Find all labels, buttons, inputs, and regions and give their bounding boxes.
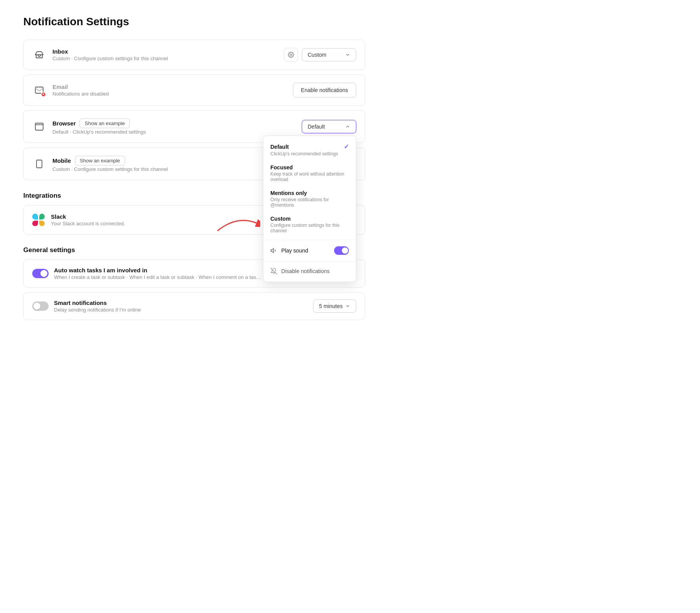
dropdown-option-mentions[interactable]: Mentions only Only receive notifications… — [263, 186, 356, 212]
dropdown-default-label: Default — [270, 144, 289, 150]
email-card: Email Notifications are disabled Enable … — [23, 75, 365, 106]
dropdown-option-focused[interactable]: Focused Keep track of work without atten… — [263, 160, 356, 186]
browser-subtitle: Default · ClickUp's recommended settings — [52, 129, 296, 135]
inbox-title: Inbox — [52, 48, 278, 55]
dropdown-disable-notifications[interactable]: Disable notifications — [263, 264, 356, 279]
dropdown-custom-label: Custom — [270, 216, 291, 222]
disable-notifications-label: Disable notifications — [281, 268, 330, 274]
dropdown-focused-desc: Keep track of work without attention ove… — [270, 171, 349, 182]
email-subtitle: Notifications are disabled — [52, 91, 287, 97]
play-sound-toggle-knob — [342, 247, 348, 254]
browser-icon — [32, 120, 46, 134]
email-icon — [32, 83, 46, 97]
inbox-card: Inbox Custom · Configure custom settings… — [23, 40, 365, 70]
email-title: Email — [52, 84, 287, 90]
email-error-badge — [41, 92, 46, 97]
email-content: Email Notifications are disabled — [52, 84, 287, 97]
browser-card: Browser Show an example Default · ClickU… — [23, 110, 365, 143]
inbox-icon — [32, 48, 46, 62]
smart-notifications-minutes-button[interactable]: 5 minutes — [313, 300, 356, 313]
dropdown-custom-desc: Configure custom settings for this chann… — [270, 223, 349, 233]
smart-notifications-item: Smart notifications Delay sending notifi… — [23, 292, 365, 320]
smart-notifications-content: Smart notifications Delay sending notifi… — [54, 300, 308, 313]
inbox-dropdown-value: Custom — [308, 52, 326, 58]
inbox-gear-button[interactable] — [284, 48, 298, 62]
browser-dropdown-wrapper: Default Default ✓ ClickUp's recommended … — [302, 120, 356, 133]
svg-rect-6 — [37, 160, 42, 168]
mobile-show-example-button[interactable]: Show an example — [75, 156, 125, 165]
browser-card-wrapper: Browser Show an example Default · ClickU… — [23, 110, 365, 143]
browser-dropdown-menu: Default ✓ ClickUp's recommended settings… — [263, 136, 356, 282]
dropdown-option-default[interactable]: Default ✓ ClickUp's recommended settings — [263, 139, 356, 160]
email-action: Enable notifications — [293, 83, 356, 98]
enable-notifications-button[interactable]: Enable notifications — [293, 83, 356, 98]
mobile-icon — [32, 157, 46, 171]
mobile-title: Mobile Show an example — [52, 156, 296, 165]
inbox-subtitle: Custom · Configure custom settings for t… — [52, 56, 278, 61]
smart-notifications-toggle-knob — [33, 303, 40, 310]
dropdown-divider-2 — [263, 261, 356, 261]
dropdown-mentions-desc: Only receive notifications for @mentions — [270, 197, 349, 208]
browser-content: Browser Show an example Default · ClickU… — [52, 118, 296, 135]
play-sound-label: Play sound — [281, 247, 308, 254]
svg-line-4 — [271, 268, 277, 275]
browser-title: Browser Show an example — [52, 118, 296, 128]
smart-notifications-title: Smart notifications — [54, 300, 308, 306]
browser-action: Default Default ✓ ClickUp's recommended … — [302, 120, 356, 133]
smart-notifications-desc: Delay sending notifications if I'm onlin… — [54, 307, 308, 313]
page-title: Notification Settings — [23, 16, 365, 28]
dropdown-option-custom[interactable]: Custom Configure custom settings for thi… — [263, 212, 356, 237]
minutes-label: 5 minutes — [319, 303, 343, 309]
inbox-dropdown-button[interactable]: Custom — [302, 48, 356, 61]
smart-notifications-toggle[interactable] — [32, 301, 49, 311]
browser-dropdown-button[interactable]: Default — [302, 120, 356, 133]
play-sound-label-row: Play sound — [270, 247, 308, 254]
dropdown-divider-1 — [263, 240, 356, 240]
dropdown-default-desc: ClickUp's recommended settings — [270, 151, 349, 157]
auto-watch-toggle[interactable] — [32, 269, 49, 278]
inbox-content: Inbox Custom · Configure custom settings… — [52, 48, 278, 61]
dropdown-mentions-label: Mentions only — [270, 190, 307, 196]
mobile-content: Mobile Show an example Custom · Configur… — [52, 156, 296, 172]
svg-point-0 — [290, 54, 292, 56]
browser-show-example-button[interactable]: Show an example — [80, 118, 130, 128]
svg-rect-2 — [35, 123, 43, 130]
dropdown-default-check: ✓ — [344, 143, 349, 150]
play-sound-toggle[interactable] — [334, 246, 349, 255]
slack-icon — [32, 214, 45, 226]
browser-dropdown-value: Default — [308, 124, 325, 130]
mobile-subtitle: Custom · Configure custom settings for t… — [52, 166, 296, 172]
inbox-action: Custom — [284, 48, 356, 62]
dropdown-play-sound-row: Play sound — [263, 242, 356, 259]
auto-watch-toggle-knob — [40, 270, 47, 277]
dropdown-focused-label: Focused — [270, 164, 293, 171]
svg-marker-3 — [271, 249, 274, 253]
